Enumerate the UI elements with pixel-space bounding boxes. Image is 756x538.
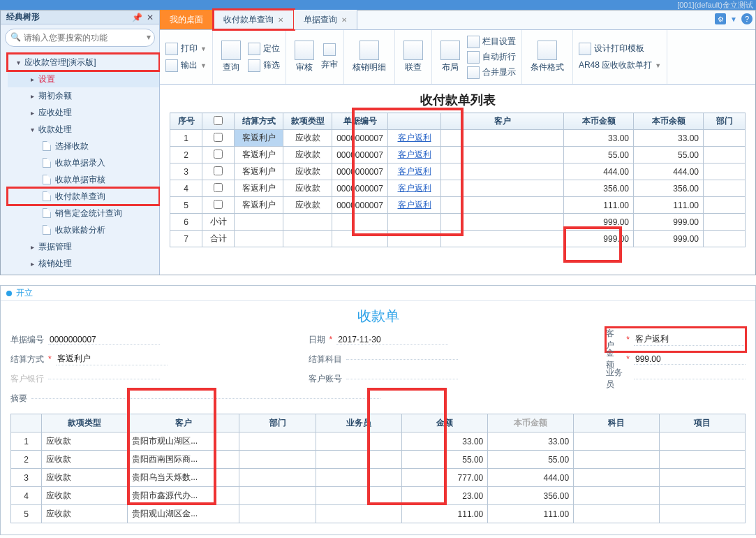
tab[interactable]: 单据查询✕ [294,10,357,29]
link-button[interactable]: 联查 [401,38,426,76]
tree-item[interactable]: 收款单据录入 [8,154,159,171]
tree-item[interactable]: ▸应收处理 [8,104,159,121]
colset-button[interactable]: 栏目设置 [467,34,516,50]
table-row[interactable]: 3应收款贵阳乌当天烁数...777.00444.00 [11,469,746,487]
table-row[interactable]: 4应收款贵阳市鑫源代办...23.00356.00 [11,487,746,505]
column-header[interactable]: 项目 [660,414,746,432]
cell: 客户返利 [388,197,441,214]
cust-value[interactable]: 客户返利 [634,333,746,346]
row-checkbox[interactable] [214,166,223,175]
search-dropdown-icon[interactable]: ▾ [147,32,151,42]
table-row[interactable]: 5应收款贵阳观山湖区金...111.00111.00 [11,505,746,523]
amt-value[interactable]: 999.00 [634,354,746,365]
list-grid[interactable]: 序号结算方式款项类型单据编号客户本币金额本币余额部门 1客返利户应收款00000… [170,112,746,247]
tree-item[interactable]: ▸期初余额 [8,87,159,104]
row-checkbox[interactable] [214,133,223,142]
audit-button[interactable]: 审核 [292,38,317,76]
table-row[interactable]: 1应收款贵阳市观山湖区...33.0033.00 [11,432,746,451]
tree-item[interactable]: 选择收款 [8,138,159,154]
column-header[interactable] [202,113,235,130]
close-icon[interactable]: ✕ [278,16,283,24]
ar48-button[interactable]: AR48 应收收款单打▼ [579,58,661,73]
column-header[interactable] [11,414,42,432]
search-input[interactable] [5,29,155,47]
column-header[interactable]: 部门 [704,113,746,130]
date-value[interactable]: 2017-11-30 [336,335,448,345]
tab[interactable]: 收付款单查询✕ [214,10,294,29]
settings-icon[interactable]: ⚙ [715,13,726,24]
select-all-checkbox[interactable] [214,116,223,125]
export-button[interactable]: 输出▼ [165,58,207,73]
column-header[interactable]: 本币余额 [634,113,704,130]
tree-item[interactable]: ▾收款处理 [8,121,159,138]
tree-item[interactable]: ▸票据管理 [8,238,159,255]
design-template-button[interactable]: 设计打印模板 [579,41,644,57]
tree-item[interactable]: 销售定金统计查询 [8,205,159,221]
sales-value[interactable] [634,379,746,379]
detail-grid[interactable]: 款项类型客户部门业务员金额本币金额科目项目 1应收款贵阳市观山湖区...33.0… [10,414,746,523]
merge-button[interactable]: 合并显示 [467,65,516,80]
abandon-button[interactable]: 弃审 [321,43,338,71]
column-header[interactable]: 序号 [170,113,202,130]
layout-button[interactable]: 布局 [438,38,463,76]
cell: 55.00 [564,147,634,163]
column-header[interactable]: 客户 [128,414,239,432]
column-header[interactable]: 本币金额 [564,113,634,130]
customer-link[interactable]: 客户返利 [398,166,431,176]
detail-button[interactable]: 核销明细 [350,38,389,76]
filter-button[interactable]: 筛选 [248,58,280,73]
customer-link[interactable]: 客户返利 [398,133,431,143]
column-header[interactable]: 单据编号 [332,113,388,130]
column-header[interactable]: 结算方式 [235,113,283,130]
column-header[interactable]: 款项类型 [42,414,128,432]
row-checkbox[interactable] [214,200,223,209]
tab[interactable]: 我的桌面 [160,10,214,29]
column-header[interactable]: 款项类型 [283,113,332,130]
close-icon[interactable]: ✕ [341,16,347,24]
table-row[interactable]: 1客返利户应收款0000000007客户返利33.0033.00 [170,130,746,147]
table-row[interactable]: 4客返利户应收款0000000007客户返利356.00356.00 [170,180,746,197]
column-header[interactable]: 业务员 [316,414,402,432]
autowrap-button[interactable]: 自动折行 [467,50,516,65]
tree-item[interactable]: 收款账龄分析 [8,221,159,238]
print-button[interactable]: 打印▼ [165,41,207,57]
tree-root[interactable]: ▾ 应收款管理[演示版] [8,54,159,71]
tab-label: 我的桌面 [170,14,203,26]
tree-item[interactable]: ▸设置 [8,71,159,87]
table-row[interactable]: 3客返利户应收款0000000007客户返利444.00444.00 [170,163,746,180]
column-header[interactable]: 金额 [402,414,488,432]
help-icon[interactable]: ? [741,13,753,24]
cond-button[interactable]: 条件格式 [528,38,567,76]
column-header[interactable]: 本币金额 [488,414,574,432]
row-checkbox[interactable] [214,183,223,192]
column-header[interactable]: 部门 [239,414,316,432]
dropdown-icon[interactable]: ▼ [730,15,737,23]
table-row[interactable]: 5客返利户应收款0000000007客户返利111.00111.00 [170,197,746,214]
acct-value[interactable] [346,379,458,379]
settle-value[interactable]: 客返利户 [56,353,168,365]
column-header[interactable] [388,113,441,130]
pin-icon[interactable]: 📌 [132,13,142,22]
table-row[interactable]: 2应收款贵阳西南国际商...55.0055.00 [11,451,746,469]
customer-link[interactable]: 客户返利 [398,150,431,159]
docno-value[interactable]: 0000000007 [48,335,160,345]
table-row[interactable]: 2客返利户应收款0000000007客户返利55.0055.00 [170,147,746,163]
column-header[interactable]: 科目 [574,414,660,432]
status-label[interactable]: 开立 [16,287,33,299]
memo-value[interactable] [31,398,380,399]
cell [202,163,235,180]
row-checkbox[interactable] [214,150,223,159]
close-icon[interactable]: ✕ [147,13,154,22]
customer-link[interactable]: 客户返利 [398,183,431,193]
tree-item[interactable]: ▸核销处理 [8,255,159,272]
locate-button[interactable]: 定位 [248,41,280,57]
search-icon: 🔍 [10,32,21,42]
cell: 3 [170,163,202,180]
column-header[interactable]: 客户 [441,113,564,130]
customer-link[interactable]: 客户返利 [398,200,431,210]
query-button[interactable]: 查询 [218,38,244,76]
subj-value[interactable] [346,359,458,360]
tree-item[interactable]: 收付款单查询 [8,188,159,205]
cell: 111.00 [402,505,488,523]
tree-item[interactable]: 收款单据审核 [8,171,159,188]
